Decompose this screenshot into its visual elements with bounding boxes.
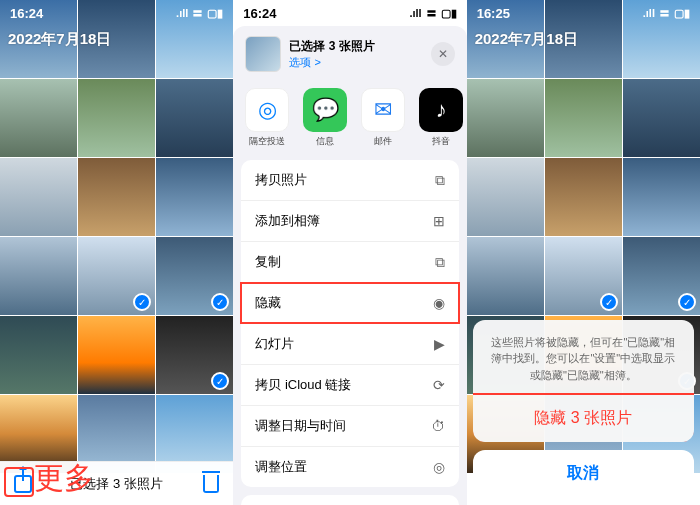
photo-thumbnail[interactable] bbox=[78, 79, 155, 157]
wifi-icon: 〓 bbox=[192, 6, 203, 21]
app-label: 隔空投送 bbox=[243, 135, 291, 148]
duplicate-row[interactable]: 复制⧉ bbox=[241, 242, 458, 283]
photo-thumbnail[interactable] bbox=[623, 79, 700, 157]
photo-thumbnail[interactable]: ✓ bbox=[156, 316, 233, 394]
date-header: 2022年7月18日 bbox=[475, 30, 578, 49]
app-icon: ◎ bbox=[245, 88, 289, 132]
photo-thumbnail[interactable] bbox=[545, 158, 622, 236]
wifi-icon: 〓 bbox=[659, 6, 670, 21]
photo-thumbnail[interactable] bbox=[545, 79, 622, 157]
battery-icon: ▢▮ bbox=[441, 7, 457, 20]
date-header: 2022年7月18日 bbox=[8, 30, 111, 49]
alert-cancel-button[interactable]: 取消 bbox=[473, 450, 694, 497]
selected-badge-icon: ✓ bbox=[678, 293, 696, 311]
action-label: 幻灯片 bbox=[255, 335, 294, 353]
share-highlight bbox=[4, 467, 34, 497]
app-icon: ♪ bbox=[419, 88, 463, 132]
photo-thumbnail[interactable] bbox=[467, 237, 544, 315]
action-glyph-icon: ◎ bbox=[433, 459, 445, 475]
add-to-album-row[interactable]: 添加到相簿⊞ bbox=[241, 201, 458, 242]
sheet-thumbnail bbox=[245, 36, 281, 72]
app-icon: 💬 bbox=[303, 88, 347, 132]
sheet-title: 已选择 3 张照片 bbox=[289, 38, 422, 55]
copy-photo-row[interactable]: 拷贝照片⧉ bbox=[241, 160, 458, 201]
photo-grid[interactable]: ✓✓✓ bbox=[0, 0, 233, 505]
signal-icon: .ıll bbox=[643, 7, 655, 19]
share-app-item[interactable]: ✉邮件 bbox=[359, 88, 407, 148]
photo-thumbnail[interactable]: ✓ bbox=[545, 237, 622, 315]
action-glyph-icon: ⟳ bbox=[433, 377, 445, 393]
copy-icloud-link-row[interactable]: 拷贝 iCloud 链接⟳ bbox=[241, 365, 458, 406]
selected-badge-icon: ✓ bbox=[133, 293, 151, 311]
action-label: 拷贝 iCloud 链接 bbox=[255, 376, 351, 394]
share-app-item[interactable]: 💬信息 bbox=[301, 88, 349, 148]
photo-thumbnail[interactable] bbox=[623, 158, 700, 236]
alert-message: 这些照片将被隐藏，但可在"已隐藏"相簿中找到。您可以在"设置"中选取显示或隐藏"… bbox=[473, 320, 694, 396]
photo-thumbnail[interactable] bbox=[0, 316, 77, 394]
share-sheet: 已选择 3 张照片 选项 > ✕ ◎隔空投送💬信息✉邮件♪抖音 拷贝照片⧉添加到… bbox=[233, 26, 466, 505]
photo-thumbnail[interactable]: ✓ bbox=[156, 237, 233, 315]
close-icon[interactable]: ✕ bbox=[431, 42, 455, 66]
create-watchface-row[interactable]: 创建表盘◷ bbox=[241, 495, 458, 505]
selected-badge-icon: ✓ bbox=[211, 372, 229, 390]
action-label: 隐藏 bbox=[255, 294, 281, 312]
photo-thumbnail[interactable] bbox=[78, 158, 155, 236]
more-overlay: 更多 bbox=[34, 458, 94, 499]
action-label: 拷贝照片 bbox=[255, 171, 307, 189]
selected-badge-icon: ✓ bbox=[600, 293, 618, 311]
action-list-1: 拷贝照片⧉添加到相簿⊞复制⧉隐藏◉幻灯片▶拷贝 iCloud 链接⟳调整日期与时… bbox=[241, 160, 458, 487]
action-glyph-icon: ▶ bbox=[434, 336, 445, 352]
status-bar: 16:24 .ıll 〓 ▢▮ bbox=[233, 0, 466, 26]
photo-thumbnail[interactable] bbox=[0, 237, 77, 315]
action-label: 调整日期与时间 bbox=[255, 417, 346, 435]
status-time: 16:24 bbox=[243, 6, 276, 21]
photo-thumbnail[interactable] bbox=[156, 158, 233, 236]
photo-thumbnail[interactable]: ✓ bbox=[78, 237, 155, 315]
selected-badge-icon: ✓ bbox=[211, 293, 229, 311]
battery-icon: ▢▮ bbox=[674, 7, 690, 20]
app-label: 信息 bbox=[301, 135, 349, 148]
status-bar: 16:24 .ıll 〓 ▢▮ bbox=[0, 0, 233, 26]
adjust-datetime-row[interactable]: 调整日期与时间⏱ bbox=[241, 406, 458, 447]
action-label: 添加到相簿 bbox=[255, 212, 320, 230]
app-label: 邮件 bbox=[359, 135, 407, 148]
slideshow-row[interactable]: 幻灯片▶ bbox=[241, 324, 458, 365]
share-app-row: ◎隔空投送💬信息✉邮件♪抖音 bbox=[233, 82, 466, 160]
trash-icon[interactable] bbox=[203, 475, 219, 493]
photo-thumbnail[interactable] bbox=[156, 79, 233, 157]
action-glyph-icon: ⧉ bbox=[435, 172, 445, 189]
action-glyph-icon: ⊞ bbox=[433, 213, 445, 229]
action-glyph-icon: ⧉ bbox=[435, 254, 445, 271]
action-glyph-icon: ⏱ bbox=[431, 418, 445, 434]
action-glyph-icon: ◉ bbox=[433, 295, 445, 311]
adjust-location-row[interactable]: 调整位置◎ bbox=[241, 447, 458, 487]
action-list-2: 创建表盘◷存储到"文件"🗀打印⎙保存到夸克网盘⧉ bbox=[241, 495, 458, 505]
share-app-item[interactable]: ♪抖音 bbox=[417, 88, 465, 148]
wifi-icon: 〓 bbox=[426, 6, 437, 21]
photo-thumbnail[interactable]: ✓ bbox=[623, 237, 700, 315]
photo-thumbnail[interactable] bbox=[467, 158, 544, 236]
signal-icon: .ıll bbox=[176, 7, 188, 19]
action-label: 复制 bbox=[255, 253, 281, 271]
hide-row[interactable]: 隐藏◉ bbox=[241, 283, 458, 324]
status-time: 16:25 bbox=[477, 6, 510, 21]
photo-thumbnail[interactable] bbox=[467, 79, 544, 157]
action-label: 调整位置 bbox=[255, 458, 307, 476]
signal-icon: .ıll bbox=[409, 7, 421, 19]
app-icon: ✉ bbox=[361, 88, 405, 132]
hide-confirmation-alert: 这些照片将被隐藏，但可在"已隐藏"相簿中找到。您可以在"设置"中选取显示或隐藏"… bbox=[473, 320, 694, 498]
status-time: 16:24 bbox=[10, 6, 43, 21]
photo-thumbnail[interactable] bbox=[78, 316, 155, 394]
photo-thumbnail[interactable] bbox=[0, 79, 77, 157]
status-bar: 16:25 .ıll 〓 ▢▮ bbox=[467, 0, 700, 26]
photo-thumbnail[interactable] bbox=[0, 158, 77, 236]
hide-photos-button[interactable]: 隐藏 3 张照片 bbox=[473, 393, 694, 442]
battery-icon: ▢▮ bbox=[207, 7, 223, 20]
share-app-item[interactable]: ◎隔空投送 bbox=[243, 88, 291, 148]
sheet-options-link[interactable]: 选项 > bbox=[289, 55, 422, 70]
app-label: 抖音 bbox=[417, 135, 465, 148]
